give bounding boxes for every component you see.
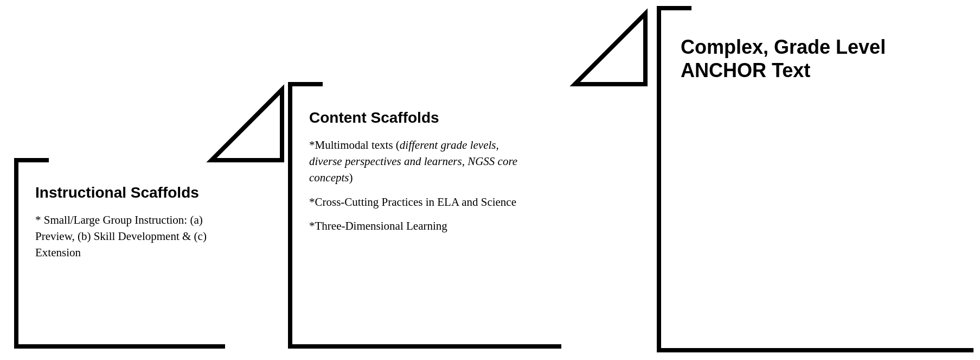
diagram-container: Instructional Scaffolds * Small/Large Gr… <box>0 0 980 360</box>
anchor-text-heading: Complex, Grade Level ANCHOR Text <box>681 35 941 82</box>
svg-marker-1 <box>575 14 645 84</box>
content-scaffolds-bullet2: *Cross-Cutting Practices in ELA and Scie… <box>309 194 531 210</box>
anchor-text-box: Complex, Grade Level ANCHOR Text <box>681 35 941 92</box>
content-scaffolds-bullet1: *Multimodal texts (different grade level… <box>309 137 531 186</box>
instructional-scaffolds-box: Instructional Scaffolds * Small/Large Gr… <box>35 184 209 269</box>
content-scaffolds-heading: Content Scaffolds <box>309 109 531 127</box>
content-scaffolds-bullet3: *Three-Dimensional Learning <box>309 218 531 234</box>
instructional-scaffolds-bullet1: * Small/Large Group Instruction: (a) Pre… <box>35 212 209 261</box>
svg-marker-0 <box>212 90 282 160</box>
instructional-scaffolds-heading: Instructional Scaffolds <box>35 184 209 202</box>
content-scaffolds-box: Content Scaffolds *Multimodal texts (dif… <box>309 109 531 242</box>
